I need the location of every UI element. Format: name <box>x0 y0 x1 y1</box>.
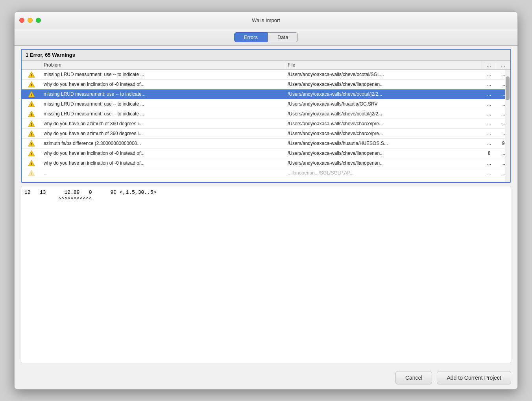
cell-extra1: ... <box>482 159 496 167</box>
table-row[interactable]: ! why do you have an azimuth of 360 degr… <box>22 119 510 129</box>
table-row[interactable]: ! ... ...llanopenan.../SGL/SGLP.AP... ..… <box>22 168 510 178</box>
cell-file: /Users/andy/oaxaca-walls/cheve/llanopena… <box>285 149 482 157</box>
cell-extra1: ... <box>482 169 496 177</box>
cell-extra1: ... <box>482 130 496 137</box>
tab-data[interactable]: Data <box>268 32 298 42</box>
warning-icon: ! <box>28 81 35 88</box>
warning-icon-cell: ! <box>22 91 41 98</box>
cell-extra1: ... <box>482 71 496 78</box>
errors-table[interactable]: Problem File ... ... ! missing LRUD meas… <box>22 61 510 182</box>
cell-extra1: ... <box>482 110 496 118</box>
window-controls <box>19 18 41 23</box>
table-row[interactable]: ! azimuth fs/bs difference (2.3000000000… <box>22 139 510 149</box>
table-row[interactable]: ! missing LRUD measurement; use -- to in… <box>22 89 510 99</box>
warning-icon: ! <box>28 140 35 147</box>
scrollbar-thumb[interactable] <box>506 76 510 100</box>
warning-icon-cell: ! <box>22 110 41 117</box>
warning-icon-cell: ! <box>22 120 41 127</box>
table-row[interactable]: ! why do you have an inclination of -0 i… <box>22 80 510 89</box>
table-header: Problem File ... ... <box>22 61 510 70</box>
cell-extra1: ... <box>482 100 496 108</box>
col-header-problem: Problem <box>41 61 285 69</box>
cell-extra1: ... <box>482 80 496 88</box>
warning-icon: ! <box>28 160 35 167</box>
data-line-1: 12 13 12.89 0 90 <,1.5,30,.5> <box>24 189 508 195</box>
table-row[interactable]: ! missing LRUD measurment; use -- to ind… <box>22 70 510 80</box>
warning-icon: ! <box>28 71 35 78</box>
warning-icon-cell: ! <box>22 140 41 147</box>
cell-problem: missing LRUD measurement; use -- to indi… <box>41 90 285 98</box>
warning-icon-cell: ! <box>22 160 41 167</box>
errors-summary: 1 Error, 65 Warnings <box>22 50 510 61</box>
table-row[interactable]: ! missing LRUD measurment; use -- to ind… <box>22 99 510 109</box>
cancel-button[interactable]: Cancel <box>395 371 432 384</box>
cell-file: /Users/andy/oaxaca-walls/huautla/GC.SRV <box>285 100 482 108</box>
cell-file: /Users/andy/oaxaca-walls/cheve/charco/pr… <box>285 120 482 128</box>
cell-problem: why do you have an inclination of -0 ins… <box>41 149 285 157</box>
close-button[interactable] <box>19 18 24 23</box>
footer: Cancel Add to Current Project <box>15 366 517 389</box>
svg-text:!: ! <box>31 162 32 166</box>
warning-icon: ! <box>28 100 35 108</box>
cell-file: /Users/andy/oaxaca-walls/cheve/charco/pr… <box>285 130 482 137</box>
window-title: Walls Import <box>252 17 280 23</box>
svg-text:!: ! <box>31 93 32 97</box>
svg-text:!: ! <box>31 112 32 117</box>
col-header-extra1: ... <box>482 61 496 69</box>
warning-icon-cell: ! <box>22 130 41 137</box>
cell-problem: azimuth fs/bs difference (2.300000000000… <box>41 139 285 147</box>
warning-icon: ! <box>28 150 35 157</box>
errors-panel: 1 Error, 65 Warnings Problem File ... ..… <box>21 49 511 183</box>
minimize-button[interactable] <box>28 18 33 23</box>
maximize-button[interactable] <box>36 18 41 23</box>
warning-icon: ! <box>28 110 35 117</box>
scrollbar-track[interactable] <box>505 61 510 182</box>
cell-file: /Users/andy/oaxaca-walls/huautla/HUESOS.… <box>285 139 482 147</box>
cell-file: /Users/andy/oaxaca-walls/cheve/ocotal/SG… <box>285 71 482 78</box>
cell-file: /Users/andy/oaxaca-walls/cheve/ocotal/j2… <box>285 90 482 98</box>
svg-text:!: ! <box>31 122 32 126</box>
cell-extra1: ... <box>482 139 496 147</box>
warning-icon: ! <box>28 91 35 98</box>
col-header-file: File <box>285 61 482 69</box>
cell-problem: why do you have an azimuth of 360 degree… <box>41 130 285 137</box>
svg-text:!: ! <box>31 171 32 176</box>
warning-icon: ! <box>28 169 35 176</box>
svg-text:!: ! <box>31 152 32 156</box>
warning-icon: ! <box>28 120 35 127</box>
cell-problem: ... <box>41 169 285 177</box>
data-panel: 12 13 12.89 0 90 <,1.5,30,.5> ^^^^^^^^^^… <box>21 186 511 363</box>
cell-problem: missing LRUD measurment; use -- to indic… <box>41 71 285 78</box>
svg-text:!: ! <box>31 102 32 107</box>
cell-problem: why do you have an azimuth of 360 degree… <box>41 120 285 128</box>
cell-extra1: ... <box>482 120 496 128</box>
col-header-extra2: ... <box>496 61 510 69</box>
cell-problem: missing LRUD measurment; use -- to indic… <box>41 110 285 118</box>
cell-file: /Users/andy/oaxaca-walls/cheve/llanopena… <box>285 80 482 88</box>
warning-icon-cell: ! <box>22 100 41 108</box>
toolbar: Errors Data <box>15 29 517 46</box>
svg-text:!: ! <box>31 73 32 77</box>
table-row[interactable]: ! why do you have an azimuth of 360 degr… <box>22 129 510 139</box>
content-area: 1 Error, 65 Warnings Problem File ... ..… <box>15 46 517 366</box>
warning-icon: ! <box>28 130 35 137</box>
cell-problem: missing LRUD measurment; use -- to indic… <box>41 100 285 108</box>
main-window: Walls Import Errors Data 1 Error, 65 War… <box>14 11 518 390</box>
add-to-project-button[interactable]: Add to Current Project <box>437 371 511 384</box>
table-row[interactable]: ! why do you have an inclination of -0 i… <box>22 158 510 168</box>
cell-file: /Users/andy/oaxaca-walls/cheve/llanopena… <box>285 159 482 167</box>
tab-errors[interactable]: Errors <box>234 32 268 42</box>
warning-icon-cell: ! <box>22 169 41 176</box>
table-row[interactable]: ! missing LRUD measurment; use -- to ind… <box>22 109 510 119</box>
warning-icon-cell: ! <box>22 71 41 78</box>
data-line-2: ^^^^^^^^^^^ <box>24 196 508 202</box>
cell-problem: why do you have an inclination of -0 ins… <box>41 80 285 88</box>
svg-text:!: ! <box>31 83 32 87</box>
cell-extra1: 8 <box>482 149 496 157</box>
cell-file: /Users/andy/oaxaca-walls/cheve/ocotal/j2… <box>285 110 482 118</box>
col-header-icon <box>22 61 41 69</box>
table-row[interactable]: ! why do you have an inclination of -0 i… <box>22 149 510 158</box>
svg-text:!: ! <box>31 142 32 146</box>
titlebar: Walls Import <box>15 12 517 29</box>
svg-text:!: ! <box>31 132 32 136</box>
